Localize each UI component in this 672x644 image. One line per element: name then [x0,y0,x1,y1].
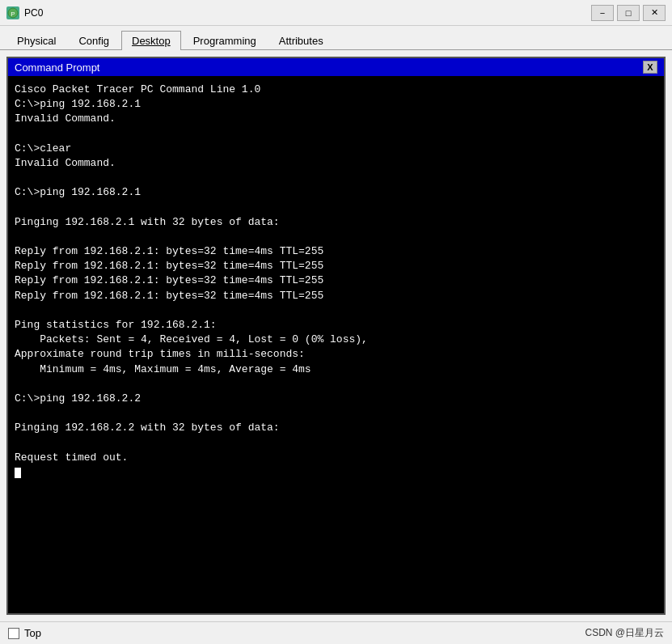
status-bar: Top CSDN @日星月云 [0,621,672,644]
cursor-blink [15,468,21,478]
top-checkbox[interactable] [8,628,19,639]
main-content: Command Prompt X Cisco Packet Tracer PC … [0,50,672,621]
svg-text:P: P [11,11,15,18]
command-prompt-window: Command Prompt X Cisco Packet Tracer PC … [6,57,666,615]
tab-config-label: Config [78,35,109,47]
title-bar: P PC0 − □ ✕ [0,0,672,26]
tab-programming-label: Programming [193,35,256,47]
maximize-button[interactable]: □ [617,5,640,21]
tab-physical[interactable]: Physical [6,31,66,50]
cmd-body[interactable]: Cisco Packet Tracer PC Command Line 1.0 … [8,76,664,613]
minimize-button[interactable]: − [591,5,614,21]
top-label: Top [24,627,41,639]
cmd-window-title: Command Prompt [15,61,99,74]
tab-attributes-label: Attributes [279,35,323,47]
status-left: Top [8,627,41,639]
window-close-button[interactable]: ✕ [643,5,666,21]
tab-desktop[interactable]: Desktop [121,31,181,50]
window-controls: − □ ✕ [591,5,666,21]
tab-programming[interactable]: Programming [183,31,267,50]
status-right-text: CSDN @日星月云 [585,626,664,640]
tabs-bar: Physical Config Desktop Programming Attr… [0,26,672,50]
window-title: PC0 [24,7,591,19]
tab-physical-label: Physical [17,35,56,47]
tab-desktop-label: Desktop [132,35,171,47]
tab-config[interactable]: Config [68,31,120,50]
tab-attributes[interactable]: Attributes [268,31,334,50]
cmd-title-bar: Command Prompt X [8,58,664,76]
cmd-close-button[interactable]: X [643,61,657,74]
app-icon: P [6,6,19,19]
